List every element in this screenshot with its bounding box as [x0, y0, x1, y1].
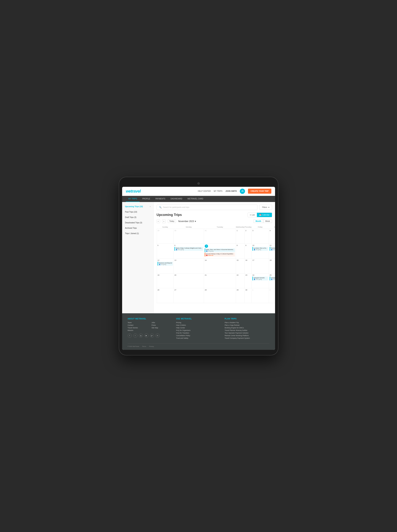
calendar-week-1: 29 30 31 1 2 3 4	[157, 229, 275, 244]
create-trip-button[interactable]: CREATE YOUR TRIP	[248, 189, 271, 194]
help-center-link[interactable]: HELP CENTER	[198, 190, 211, 192]
footer-link-travel-stories[interactable]: Travel Stories	[128, 327, 149, 329]
subnav-wetravel-card[interactable]: WETRAVEL CARD	[185, 196, 206, 202]
my-trips-link[interactable]: MY TRIPS	[214, 190, 223, 192]
event-art-history[interactable]: Art and History in Italy: A Cultural Exp…	[205, 253, 235, 257]
cal-cell: 28	[204, 288, 236, 303]
footer-about-title: ABOUT WETRAVEL	[128, 318, 172, 320]
footer-link-retreat-booking[interactable]: Retreat Center Booking Platform	[225, 335, 269, 336]
footer-link-team[interactable]: Team	[128, 322, 149, 324]
sidebar-item-upcoming[interactable]: Upcoming Trips (10) ›	[122, 204, 154, 209]
nav-links: HELP CENTER MY TRIPS JOHN SMITH	[198, 190, 237, 192]
page-header: Upcoming Trips ≡ List 📅 Calendar	[157, 213, 272, 217]
event-florence-2[interactable]: Florence and Beyond 👤 1/5 going	[158, 262, 173, 266]
footer-link-faq-travelers[interactable]: FAQ for Travelers	[176, 332, 221, 334]
user-avatar: JS	[240, 189, 245, 194]
day-header-monday: Monday	[174, 225, 204, 229]
search-placeholder: Search for participants and trips	[163, 206, 189, 208]
footer-link-jobs[interactable]: Jobs	[151, 322, 172, 324]
cal-cell: 18	[269, 258, 275, 273]
sidebar-item-archived[interactable]: Archived Trips	[122, 225, 154, 231]
list-icon: ≡	[250, 214, 251, 216]
footer-link-tour-operator[interactable]: Tour Operator Payment Solution	[225, 332, 269, 334]
cal-cell: 29	[236, 288, 244, 303]
next-month-button[interactable]: ›	[162, 220, 166, 223]
cal-cell: 2	[245, 229, 252, 244]
cal-cell: 3	[251, 229, 269, 244]
cal-cell: 12 Florence and Beyond 👤 1/5 going	[157, 258, 174, 273]
cal-view-toggle: Month Week	[254, 220, 272, 223]
footer-link-yoga-retreat[interactable]: Plan a Yoga Retreat	[225, 324, 269, 326]
footer-link-help-center[interactable]: Help Center	[176, 327, 221, 329]
twitter-icon[interactable]: t	[133, 334, 137, 338]
sidebar-item-joined[interactable]: Trips I Joined (1)	[122, 231, 154, 236]
day-header-saturday: Saturday	[269, 225, 275, 229]
footer-link-booking-dmc[interactable]: Booking Engine for DMCs	[225, 327, 269, 329]
filter-chevron-icon: ▾	[268, 206, 269, 208]
cal-cell: 20	[174, 273, 204, 288]
event-florence-1[interactable]: Florence and Beyond 👤 0/5 going	[270, 247, 275, 251]
calendar-grid: Sunday Monday Tuesday Wednesday Thursday…	[157, 225, 275, 303]
footer-link-sitemap[interactable]: Site Map	[151, 327, 172, 329]
event-vineyard-1[interactable]: Vineyard Sunsets 👤 0/10 going	[252, 277, 268, 281]
sidebar-item-past[interactable]: Past Trips (10)	[122, 209, 154, 215]
footer-terms-link[interactable]: Terms	[142, 346, 146, 347]
footer-use-title: USE WETRAVEL	[176, 318, 221, 320]
tablet-screen: wetravel HELP CENTER MY TRIPS JOHN SMITH…	[122, 187, 275, 350]
footer-link-pricing[interactable]: Pricing	[176, 322, 221, 324]
youtube-icon[interactable]: ▶	[144, 334, 149, 338]
cal-cell: 30	[245, 288, 252, 303]
calendar-view-button[interactable]: 📅 Calendar	[257, 213, 272, 217]
linkedin-icon[interactable]: in	[155, 334, 160, 338]
prev-month-button[interactable]: ‹	[157, 220, 160, 223]
google-plus-icon[interactable]: g+	[150, 334, 154, 338]
cal-cell: 31	[204, 229, 236, 244]
filter-button[interactable]: Filters ▾	[259, 205, 272, 210]
day-header-sunday: Sunday	[157, 225, 174, 229]
footer-link-how-it-works[interactable]: How it Wokrs	[176, 324, 221, 326]
subnav-profile[interactable]: PROFILE	[140, 196, 153, 202]
event-dolce-vita[interactable]: La Dolce Vita La Do... 👤 9/5 going	[252, 247, 268, 251]
footer-grid: ABOUT WETRAVEL Team Jobs Contact Press T…	[128, 318, 269, 340]
cal-cell: 29	[157, 229, 174, 244]
footer-link-faq-organizers[interactable]: FAQ for Organizers	[176, 330, 221, 331]
day-header-thursday: Thursday	[245, 225, 252, 229]
event-wine-dine[interactable]: Wine, Dine, and Shine: A Gourmet Adventu…	[205, 248, 235, 252]
footer-link-travel-payment[interactable]: Travel Company Payment System	[225, 337, 269, 339]
event-taste-italy[interactable]: Taste of Italy: Culinary Delights and Cu…	[174, 247, 203, 251]
sidebar-item-deactivated[interactable]: Deactivated Trips (3)	[122, 220, 154, 225]
footer-link-itinerary[interactable]: Travel Planner Itinerary builder	[225, 330, 269, 331]
footer-privacy-link[interactable]: Privacy	[149, 346, 154, 347]
cal-cell: 26	[157, 288, 174, 303]
cal-cell: 9	[245, 244, 252, 258]
month-view-button[interactable]: Month	[254, 220, 263, 223]
cal-cell: 21	[204, 273, 236, 288]
subnav-my-trips[interactable]: MY TRIPS	[126, 196, 140, 202]
subnav-payments[interactable]: PAYMENTS	[153, 196, 168, 202]
list-view-button[interactable]: ≡ List	[248, 213, 257, 217]
cal-cell: 4	[269, 229, 275, 244]
subnav-dashboard[interactable]: DASHBOARD	[168, 196, 185, 202]
cal-cell: 17	[251, 258, 269, 273]
footer-link-contact[interactable]: Contact	[128, 324, 149, 326]
facebook-icon[interactable]: f	[128, 334, 132, 338]
week-view-button[interactable]: Week	[263, 220, 272, 223]
footer-link-mission[interactable]: Mission	[128, 330, 149, 331]
footer-link-press[interactable]: Press	[151, 324, 172, 326]
cal-cell: 16	[245, 258, 252, 273]
footer-about-links: Team Jobs Contact Press Travel Stories S…	[128, 322, 172, 331]
footer-link-cancellation[interactable]: Cancellation Policy	[176, 335, 221, 336]
footer-link-student-trip[interactable]: Plan a Student Trip	[225, 322, 269, 324]
cal-cell: 1	[236, 229, 244, 244]
cal-cell: 14	[204, 258, 236, 273]
event-vineyard-2[interactable]: Vineyard Sunsets 👤 0/10 going	[270, 277, 275, 281]
cal-cell: 7 Wine, Dine, and Shine: A Gourmet Adven…	[204, 244, 236, 258]
cal-cell: 19	[157, 273, 174, 288]
camera	[198, 182, 200, 184]
instagram-icon[interactable]: ig	[139, 334, 143, 338]
footer-link-trust-safety[interactable]: Trust and Safety	[176, 337, 221, 339]
content-area: 🔍 Search for participants and trips Filt…	[154, 202, 275, 313]
today-button[interactable]: Today	[168, 220, 176, 223]
sidebar-item-draft[interactable]: Draft Trips (3)	[122, 215, 154, 220]
footer-use-links: Pricing How it Wokrs Help Center FAQ for…	[176, 322, 221, 339]
